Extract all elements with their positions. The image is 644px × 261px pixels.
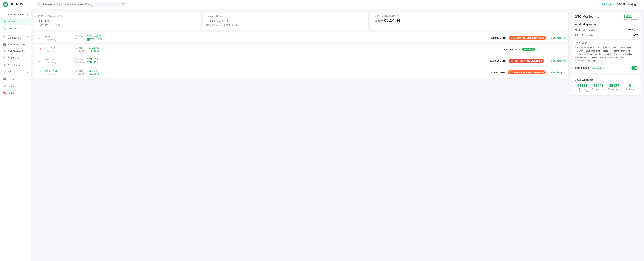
topnav-right: 🌐 English OTC Monitoring ⤢ <box>602 3 641 6</box>
topnav: DETRUST 🔍 ❓ 🌐 English OTC Monitoring ⤢ <box>0 0 644 9</box>
help-icon[interactable]: ❓ <box>121 2 125 6</box>
receiver-addr[interactable]: TTPL...iGbU <box>87 61 99 64</box>
auto-check-row: Auto Check Configuration <box>575 66 638 70</box>
sidebar-item-api[interactable]: ⚙ API ▾ <box>0 68 31 75</box>
txn-id[interactable]: 88b9...d8b1 <box>44 70 74 73</box>
settings-icon: ⚙ <box>3 84 6 88</box>
risk-types-list: ✓ Black/Gray Market✓ Gore-related✓ Contr… <box>575 46 638 62</box>
sidebar-label-quick-search: Quick Search <box>8 27 22 30</box>
txn-time: 1 minutes ago <box>44 50 74 52</box>
receiver-label: Receiver <box>76 61 86 64</box>
sidebar-item-risk-management[interactable]: ✕ Risk Management ▾ <box>0 32 31 41</box>
sender-addr[interactable]: TGKV...Ahci <box>87 70 99 72</box>
deep-lbl: Analysing <box>622 88 638 90</box>
divider <box>575 64 638 64</box>
deep-num: 55815 <box>575 83 590 88</box>
txn-id[interactable]: fd2a...992b <box>44 58 74 61</box>
triangle-icon: △ <box>3 56 6 60</box>
divider <box>575 39 638 40</box>
sidebar-item-records[interactable]: ▤ Records <box>0 75 31 82</box>
badge-icon: 🎰 <box>509 71 512 74</box>
monitoring-status-title: Monitoring Status <box>575 23 638 26</box>
check-icon: ✓ <box>575 53 576 55</box>
warning-icon: ⚠ <box>3 13 6 16</box>
language-selector[interactable]: 🌐 English <box>602 3 614 6</box>
sidebar-label-risk-awareness: Risk Awareness <box>8 13 24 16</box>
check-icon: ✓ <box>584 49 586 52</box>
check-icon: ✓ <box>623 53 625 55</box>
stat-card-total-vol: TOTAL TXN VOL. 11,936,078,792USD Daily T… <box>202 12 368 30</box>
receiver-addr[interactable]: TE6k...FrYv <box>87 38 102 40</box>
check-icon: ✓ <box>575 46 576 49</box>
x-icon: ✕ <box>3 35 6 38</box>
sender-row: Sender TXJP...q78M <box>76 58 478 61</box>
sidebar-item-settings[interactable]: ⚙ Settings <box>0 82 31 89</box>
config-link[interactable]: Configuration <box>591 67 604 69</box>
stat-card-duration: MONITORING DURATION 15 Day 00:54:44 <box>371 12 569 30</box>
sidebar-item-risk-transactions[interactable]: ! Risk Transactions <box>0 48 31 55</box>
sender-addr[interactable]: TPDM...QD4Z <box>87 35 101 38</box>
count-label: Monitor Address <box>624 19 638 21</box>
check-icon: ✓ <box>589 56 591 59</box>
sidebar-label-risk-dashboard: Risk Dashboard <box>8 43 25 46</box>
deep-lbl: Monitor Transaction <box>575 88 590 92</box>
deep-analysis-card: Deep Analysis 55815Monitor Transaction35… <box>572 75 641 96</box>
logo-text: DETRUST <box>10 2 25 6</box>
alert-icon: ! <box>3 50 6 53</box>
more-icon[interactable]: ··· <box>545 59 547 62</box>
risk-type-chip: ✓ Religion-related <box>589 56 606 59</box>
badge-icon: 🎰 <box>510 36 513 39</box>
receiver-addr[interactable]: TLdb...48F6 <box>87 73 99 75</box>
chevron-down-icon: ▾ <box>27 35 28 37</box>
total-vol-label: TOTAL TXN VOL. <box>206 15 365 17</box>
layout: ⚠ Risk Awareness ▾ ◎ Monitor 🔍 Quick Sea… <box>0 9 644 261</box>
risk-type-chip: ✓ Online Gambling <box>605 53 622 55</box>
monitor-count: 1,821 <box>624 15 638 19</box>
txn-time: 1 minutes ago <box>44 61 74 64</box>
sidebar-item-risk-events[interactable]: △ Risk Events <box>0 55 31 62</box>
search-bar[interactable]: 🔍 ❓ <box>36 2 127 7</box>
view-analysis-button[interactable]: View Analysis <box>551 36 566 39</box>
check-icon: ✓ <box>605 53 607 55</box>
sidebar-label-risk-transactions: Risk Transactions <box>8 50 26 53</box>
expand-icon[interactable]: ⤢ <box>639 3 641 6</box>
risk-type-chip: ✓ Drug Trafficking <box>584 49 600 52</box>
refresh-icon[interactable]: ⇄ <box>636 29 638 32</box>
sidebar-item-focus[interactable]: 🔖 Focus <box>0 89 31 96</box>
receiver-label: Receiver <box>76 73 86 75</box>
deep-lbl: Quick Analysis <box>590 88 606 90</box>
receiver-addr[interactable]: TTPL...iGbU <box>87 49 99 52</box>
auto-check-label: Auto Check <box>575 66 589 69</box>
txn-parties: Sender TPDM...QD4Z Receiver TE6k...FrYv <box>76 35 478 41</box>
total-vol-value: 11,936,078,792USD <box>206 18 365 23</box>
check-icon: ✓ <box>594 46 596 49</box>
more-icon[interactable]: ··· <box>547 71 549 74</box>
receiver-label: Receiver <box>76 38 86 40</box>
sender-addr[interactable]: TXJP...q78M <box>87 47 100 49</box>
sidebar-label-deep-analysis: Deep Analysis <box>8 64 23 66</box>
sender-label: Sender <box>76 35 86 38</box>
otc-monitoring-card: OTC Monitoring 1,821 Monitor Address Mon… <box>572 12 641 73</box>
view-analysis-button[interactable]: View Analysis <box>551 71 566 74</box>
txn-parties: Sender TXJP...q78M Receiver TTPL...iGbU <box>76 58 478 64</box>
deep-analysis-title: Deep Analysis <box>575 78 638 81</box>
txn-id[interactable]: 3539...f42b <box>44 35 74 38</box>
sender-addr[interactable]: TXJP...q78M <box>87 58 100 61</box>
chevron-down-icon: ▾ <box>27 13 28 15</box>
txn-amount: 6,312.54 USDT <box>481 60 506 62</box>
sidebar-item-deep-analysis[interactable]: ⊞ Deep Analysis <box>0 62 31 68</box>
sidebar-item-monitor[interactable]: ◎ Monitor <box>0 18 31 25</box>
search-input[interactable] <box>42 3 120 6</box>
auto-check-toggle[interactable] <box>632 66 638 70</box>
sidebar-item-risk-awareness[interactable]: ⚠ Risk Awareness ▾ <box>0 11 31 18</box>
sender-row: Sender TGKV...Ahci <box>76 70 478 72</box>
view-analysis-button[interactable]: View Analysis <box>551 60 566 62</box>
table-row: ↙ 3539...f42b 1 minutes ago Sender TPDM.… <box>34 32 568 44</box>
sidebar-item-risk-dashboard[interactable]: ▦ Risk Dashboard <box>0 41 31 48</box>
txn-id[interactable]: fd2a...992b <box>44 47 74 49</box>
deep-lbl: Deep Analysis <box>606 88 622 90</box>
api-icon: ⚙ <box>3 70 6 74</box>
check-icon: ✓ <box>575 59 576 62</box>
dashboard-icon: ▦ <box>3 43 6 46</box>
sidebar-item-quick-search[interactable]: 🔍 Quick Search <box>0 25 31 32</box>
